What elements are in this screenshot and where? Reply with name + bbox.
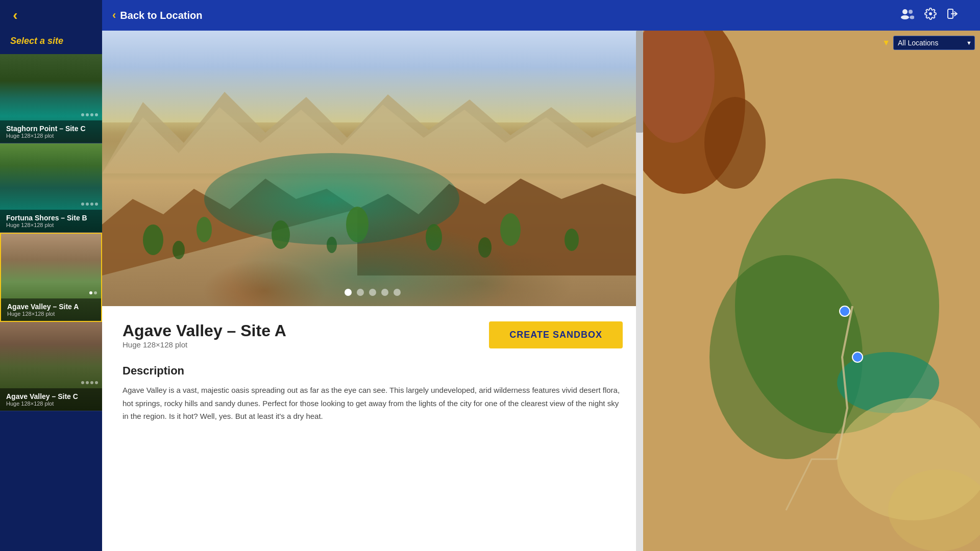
dot-3 [90,113,93,116]
carousel-dot-2[interactable] [357,289,364,296]
svg-point-17 [327,237,337,253]
dot-2 [86,203,89,206]
top-header: ‹ Back to Location [102,0,980,31]
svg-point-27 [852,352,863,362]
site-item-name: Staghorn Point – Site C [6,124,96,133]
site-list: Staghorn Point – Site C Huge 128×128 plo… [0,54,102,551]
site-item-overlay: Fortuna Shores – Site B Huge 128×128 plo… [0,210,102,232]
svg-point-13 [426,224,442,251]
dot-1 [89,291,92,294]
top-right-nav [878,0,980,31]
location-filter: ▼ All Locations Desert Coastal Mountain … [882,36,975,50]
svg-point-24 [709,255,863,459]
svg-point-26 [840,306,850,316]
scroll-thumb[interactable] [636,31,643,133]
svg-marker-7 [102,179,357,276]
svg-point-3 [910,16,914,19]
dot-2 [86,381,89,384]
back-to-location-label: Back to Location [120,10,202,21]
dot-1 [81,381,84,384]
hero-image [102,31,643,306]
gear-icon[interactable] [924,8,937,23]
site-detail-title: Agave Valley – Site A [122,321,286,340]
list-item[interactable]: Fortuna Shores – Site B Huge 128×128 plo… [0,143,102,233]
svg-point-14 [500,213,521,246]
svg-point-16 [173,241,185,259]
svg-point-0 [902,9,908,14]
dot-1 [81,113,84,116]
site-item-overlay: Agave Valley – Site A Huge 128×128 plot [1,298,101,321]
content-area: Agave Valley – Site A Huge 128×128 plot … [102,306,643,438]
description-text: Agave Valley is a vast, majestic oasis s… [122,384,623,423]
list-item[interactable]: Agave Valley – Site A Huge 128×128 plot [0,233,102,322]
carousel-dot-3[interactable] [369,289,376,296]
description-heading: Description [122,364,623,378]
site-item-desc: Huge 128×128 plot [6,400,96,407]
dot-3 [90,381,93,384]
site-item-dots [81,203,98,206]
carousel-dot-1[interactable] [345,289,352,296]
svg-point-2 [909,10,913,14]
dot-3 [90,203,93,206]
scroll-track [636,31,643,551]
site-item-name: Agave Valley – Site A [7,303,95,311]
site-item-dots [81,381,98,384]
water-pool [204,153,459,245]
left-arrow-icon: ‹ [13,7,17,23]
location-filter-select[interactable]: All Locations Desert Coastal Mountain [893,36,975,50]
site-item-desc: Huge 128×128 plot [7,311,95,317]
svg-point-1 [901,15,909,19]
site-item-dots [81,113,98,116]
svg-marker-8 [357,179,643,276]
svg-point-12 [346,207,369,242]
sidebar-back-button[interactable]: ‹ [0,0,31,31]
logout-icon[interactable] [947,8,958,22]
site-item-desc: Huge 128×128 plot [6,222,96,228]
sidebar: ‹ Select a site Staghorn Point – Site C … [0,0,102,551]
back-to-location-button[interactable]: ‹ Back to Location [112,9,202,22]
map-background [633,0,980,551]
dot-1 [81,203,84,206]
main-panel: Agave Valley – Site A Huge 128×128 plot … [102,31,643,551]
site-detail-title-block: Agave Valley – Site A Huge 128×128 plot [122,321,286,362]
dot-4 [95,203,98,206]
svg-point-10 [197,217,212,242]
dot-4 [95,113,98,116]
svg-point-11 [272,220,290,249]
list-item[interactable]: Agave Valley – Site C Huge 128×128 plot [0,322,102,411]
svg-point-18 [478,237,492,258]
select-site-title: Select a site [0,31,102,54]
list-item[interactable]: Staghorn Point – Site C Huge 128×128 plo… [0,54,102,143]
dot-2 [86,113,89,116]
site-item-overlay: Agave Valley – Site C Huge 128×128 plot [0,388,102,411]
filter-icon: ▼ [882,38,890,47]
site-item-name: Fortuna Shores – Site B [6,214,96,222]
group-icon[interactable] [900,8,914,22]
carousel-dot-5[interactable] [394,289,401,296]
svg-point-9 [143,224,163,255]
dot-2 [94,291,97,294]
create-sandbox-button[interactable]: CREATE SANDBOX [489,321,623,348]
carousel-dots [345,289,401,296]
site-item-overlay: Staghorn Point – Site C Huge 128×128 plo… [0,120,102,143]
svg-point-22 [704,97,766,189]
site-item-name: Agave Valley – Site C [6,392,96,400]
site-item-dots [89,291,97,294]
site-title-row: Agave Valley – Site A Huge 128×128 plot … [122,321,623,362]
site-plot-info: Huge 128×128 plot [122,340,286,349]
back-arrow-icon: ‹ [112,9,116,22]
carousel-dot-4[interactable] [381,289,388,296]
site-item-desc: Huge 128×128 plot [6,133,96,139]
svg-point-15 [565,229,579,251]
dot-4 [95,381,98,384]
